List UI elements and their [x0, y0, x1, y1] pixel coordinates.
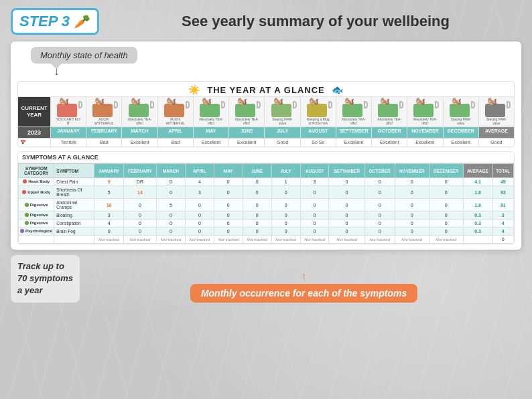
calendar-icon: 📅: [20, 140, 26, 145]
col-header-jan: JANUARY: [94, 164, 124, 178]
rating-cell: Good: [478, 139, 514, 147]
squirrel-month-cell: 🐿️ Staying PAW-sitive: [264, 97, 300, 127]
year-value: 2023: [18, 127, 50, 138]
val-cell: 0: [364, 228, 395, 236]
val-cell: 0: [395, 212, 429, 220]
val-cell: 0: [185, 220, 214, 228]
val-cell: 0: [300, 220, 329, 228]
val-cell: 0: [395, 186, 429, 199]
val-cell: 0: [157, 212, 186, 220]
val-cell: 0: [243, 212, 271, 220]
table-header-row: SYMPTOMCATEGORY SYMPTOM JANUARY FEBRUARY…: [19, 164, 514, 178]
arrow-up-icon: ↑: [302, 270, 307, 283]
val-cell: 4: [94, 220, 124, 228]
month-name-cell: MAY: [193, 127, 228, 138]
val-cell: 1: [271, 178, 300, 186]
bottom-row: Track up to70 symptomsa year ↑ Monthly o…: [11, 255, 521, 303]
rating-label: 📅: [18, 139, 50, 147]
cat-cell: Digestive: [19, 220, 54, 228]
symptom-name-cell: Bloating: [54, 212, 94, 220]
val-cell: 0: [214, 212, 243, 220]
col-header-sep: SEPTeMBER: [329, 164, 364, 178]
col-header-total: TOTAL: [492, 164, 513, 178]
avg-cell: 4.1: [463, 178, 492, 186]
rating-row: 📅 TerribleBadExcellentBadExcellentExcell…: [18, 138, 514, 147]
occurrence-callout: Monthly occurrence for each of the sympt…: [190, 284, 417, 303]
total-cell: 91: [492, 199, 513, 212]
not-tracked-cell: Not tracked: [329, 236, 364, 244]
not-tracked-cell: Not tracked: [271, 236, 300, 244]
not-tracked-cell: Not tracked: [185, 236, 214, 244]
val-cell: 0: [329, 199, 364, 212]
symptom-name-cell: Brain Fog: [54, 228, 94, 236]
col-header-mar: MARCH: [157, 164, 186, 178]
val-cell: 0: [243, 220, 271, 228]
val-cell: 0: [271, 199, 300, 212]
val-cell: 0: [271, 220, 300, 228]
squirrel-month-cell: 🐿️ Absolutely TEA-riffic!: [193, 97, 228, 127]
val-cell: 0: [271, 228, 300, 236]
rating-cell: Terrible: [50, 139, 86, 147]
val-cell: 0: [157, 178, 186, 186]
rating-cell: Excellent: [193, 139, 228, 147]
not-tracked-cell: Not tracked: [364, 236, 395, 244]
col-header-avg: AVERAGE: [463, 164, 492, 178]
symptoms-section: SYMPTOMS AT A GLANCE SYMPTOMCATEGORY SYM…: [17, 151, 515, 244]
squirrel-month-cell: 🐿️ Keeping a Mug of POSi-TEA: [300, 97, 336, 127]
callout-container: Monthly state of health ↓: [31, 47, 515, 77]
squirrel-month-cell: 🐿️ YOU CAN'T FLY IT: [50, 97, 86, 127]
cat-cell: Digestive: [19, 199, 54, 212]
rating-cell: Excellent: [443, 139, 478, 147]
val-cell: 0: [364, 186, 395, 199]
carrot-icon: 🥕: [74, 13, 90, 29]
table-row: Digestive Bloating 300000000000 0.3 3: [19, 212, 514, 220]
val-cell: 0: [123, 220, 156, 228]
avg-cell: [463, 236, 492, 244]
header: STEP 3 🥕 See yearly summary of your well…: [11, 8, 521, 35]
rating-cell: Excellent: [336, 139, 371, 147]
symptom-name-cell: [54, 236, 94, 244]
val-cell: 0: [429, 178, 463, 186]
not-tracked-cell: Not tracked: [300, 236, 329, 244]
val-cell: 0: [364, 220, 395, 228]
month-label-row: 2023 JANUARYFEBRUARYMARCHAPRILMAYJUNEJUL…: [18, 127, 514, 138]
val-cell: 0: [94, 228, 124, 236]
val-cell: 0: [243, 199, 271, 212]
sun-icon: ☀️: [188, 84, 200, 95]
val-cell: 0: [429, 212, 463, 220]
val-cell: 0: [329, 186, 364, 199]
val-cell: 0: [300, 186, 329, 199]
table-row: Not trackedNot trackedNot trackedNot tra…: [19, 236, 514, 244]
val-cell: 5: [157, 199, 186, 212]
squirrel-month-cell: 🐿️ Absolutely TEA-riffic!: [407, 97, 442, 127]
col-header-aug: AUGUST: [300, 164, 329, 178]
val-cell: 0: [271, 186, 300, 199]
val-cell: 3: [185, 186, 214, 199]
symptoms-title: SYMPTOMS AT A GLANCE: [18, 152, 514, 163]
val-cell: 0: [157, 220, 186, 228]
table-row: Digestive Constipation 400000000000 0.3 …: [19, 220, 514, 228]
symptoms-table: SYMPTOMCATEGORY SYMPTOM JANUARY FEBRUARY…: [18, 163, 514, 244]
squirrel-month-cell: 🐿️ Absolutely TEA-riffic!: [121, 97, 157, 127]
total-cell: 4: [492, 220, 513, 228]
val-cell: 0: [395, 199, 429, 212]
val-cell: 0: [429, 220, 463, 228]
not-tracked-cell: Not tracked: [429, 236, 463, 244]
not-tracked-cell: Not tracked: [243, 236, 271, 244]
squirrel-month-cell: 🐿️ Absolutely TEA-riffic!: [228, 97, 264, 127]
col-header-jul: JULY: [271, 164, 300, 178]
month-name-cell: FEBRUARY: [86, 127, 121, 138]
val-cell: 0: [300, 212, 329, 220]
val-cell: 4: [185, 178, 214, 186]
val-cell: 0: [185, 228, 214, 236]
val-cell: 0: [271, 212, 300, 220]
step3-badge: STEP 3 🥕: [11, 8, 99, 35]
main-card: Monthly state of health ↓ ☀️ THE YEAR AT…: [11, 42, 521, 250]
total-cell: 3: [492, 212, 513, 220]
total-cell: 49: [492, 178, 513, 186]
col-header-category: SYMPTOMCATEGORY: [19, 164, 54, 178]
val-cell: 14: [123, 186, 156, 199]
val-cell: 0: [395, 220, 429, 228]
squirrel-row: CURRENTYEAR 🐿️ YOU CAN'T FLY IT 🐿️ AUGH-…: [18, 97, 514, 127]
rating-cell: Excellent: [228, 139, 264, 147]
